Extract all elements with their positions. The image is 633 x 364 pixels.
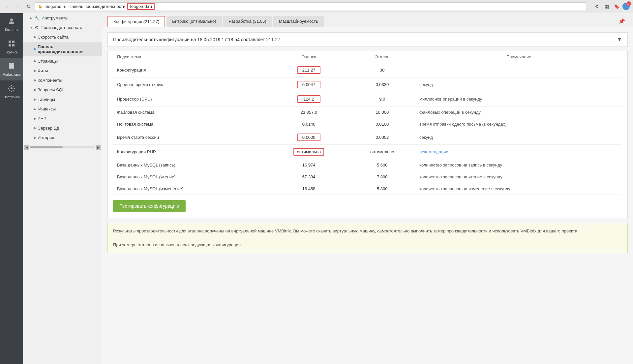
row-score: 0.0000	[269, 130, 349, 145]
tab-development[interactable]: Разработка (31.05)	[223, 16, 272, 27]
row-subsystem: Файловая система	[113, 106, 269, 118]
table-row: Время старта сессии 0.0000 0.0002 секунд	[113, 130, 622, 145]
row-subsystem: Почтовая система	[113, 118, 269, 130]
nav-indexes-label: Индексы	[38, 106, 56, 111]
scroll-right-button[interactable]: ▶	[96, 145, 101, 150]
bookmark-icon[interactable]: 🔖	[613, 3, 620, 11]
row-standard: 0.0330	[349, 77, 415, 92]
nav-tools[interactable]: ▶ 🔧 Инструменты	[23, 13, 102, 23]
col-header-subsystem: Подсистема	[113, 51, 269, 63]
left-navigation: ▶ 🔧 Инструменты ▼ ⊙ Производительность С…	[23, 13, 102, 364]
nav-performance-label: Производительность	[41, 25, 82, 30]
nav-php-label: PHP	[38, 116, 46, 121]
download-badge: 14	[626, 1, 631, 6]
tab-scalability-label: Масштабируемость	[279, 19, 318, 24]
php-bullet	[34, 118, 36, 120]
nav-pages[interactable]: Страницы	[23, 56, 102, 66]
row-standard: 30	[349, 63, 415, 77]
app-container: Клиенты Сервисы Marketplace	[0, 13, 633, 364]
table-row: Конфигурация PHP оптимально оптимально р…	[113, 145, 622, 159]
forward-button[interactable]: →	[14, 3, 22, 11]
tab-bitrix[interactable]: Битрикс (оптимально)	[166, 16, 222, 27]
sidebar-item-services[interactable]: Сервисы	[0, 36, 23, 58]
row-subsystem: Конфигурация PHP	[113, 145, 269, 159]
score-highlight: 211.27	[297, 66, 320, 74]
nav-site-speed[interactable]: Скорость сайта	[23, 32, 102, 42]
tab-scalability[interactable]: Масштабируемость	[273, 16, 324, 27]
performance-expand-icon: ▼	[30, 26, 33, 29]
nav-tables[interactable]: Таблицы	[23, 95, 102, 104]
sidebar-item-services-label: Сервисы	[5, 50, 18, 54]
sidebar-item-settings[interactable]: Настройки	[0, 80, 23, 103]
services-icon	[8, 40, 15, 49]
row-note: количество запросов на запись в секунду	[415, 159, 622, 171]
settings-icon[interactable]: ⚙	[593, 3, 601, 11]
row-subsystem: База данных MySQL (чтение)	[113, 171, 269, 183]
tabs-bar: Конфигурация (211.27) Битрикс (оптимальн…	[102, 13, 633, 27]
nav-scrollbar-container: ◀ ▶	[23, 142, 102, 151]
row-note: количество запросов на чтение в секунду	[415, 171, 622, 183]
score-highlight: 124.2	[297, 95, 320, 103]
nav-performance-panel[interactable]: Панель производительности	[23, 42, 102, 56]
main-content: Конфигурация (211.27) Битрикс (оптимальн…	[102, 13, 633, 364]
download-button[interactable]: ↓ 14	[622, 3, 630, 10]
tab-configuration[interactable]: Конфигурация (211.27)	[107, 16, 165, 27]
row-standard: 0.0002	[349, 130, 415, 145]
refresh-button[interactable]: ↻	[24, 3, 32, 11]
nav-history-label: История	[38, 135, 54, 140]
sql-bullet	[34, 89, 36, 91]
row-note: файловых операций в секунду	[415, 106, 622, 118]
indexes-expand-icon: ▶	[34, 107, 36, 111]
svg-point-0	[10, 18, 13, 21]
table-row: Конфигурация 211.27 30	[113, 63, 622, 77]
header-dropdown-icon[interactable]: ▼	[617, 37, 622, 43]
row-subsystem: База данных MySQL (изменение)	[113, 183, 269, 195]
nav-performance[interactable]: ▼ ⊙ Производительность	[23, 23, 102, 32]
url-path-text: Панель производительности	[69, 4, 126, 9]
info-box: Результаты производительности для эталон…	[107, 223, 628, 253]
nav-indexes[interactable]: ▶ Индексы	[23, 104, 102, 114]
nav-sql[interactable]: Запросы SQL	[23, 85, 102, 95]
nav-components-label: Компоненты	[38, 78, 62, 83]
nav-scrollbar[interactable]: ◀ ▶	[24, 145, 101, 150]
row-score: 16 974	[269, 159, 349, 171]
row-subsystem: Время старта сессии	[113, 130, 269, 145]
test-configuration-button[interactable]: Тестировать конфигурацию	[113, 200, 186, 212]
nav-php[interactable]: PHP	[23, 114, 102, 123]
table-row: Среднее время отклика 0.0047 0.0330 секу…	[113, 77, 622, 92]
tables-bullet	[34, 99, 36, 101]
row-score: 67 384	[269, 171, 349, 183]
tools-expand-icon: ▶	[30, 16, 32, 20]
scroll-left-button[interactable]: ◀	[24, 145, 29, 150]
table-row: Файловая система 23 857.0 10 000 файловы…	[113, 106, 622, 118]
sidebar-item-marketplace[interactable]: Marketplace	[0, 58, 23, 80]
pages-bullet	[34, 60, 36, 62]
tab-development-label: Разработка (31.05)	[229, 19, 266, 24]
svg-rect-2	[12, 41, 15, 43]
tools-icon: 🔧	[34, 15, 40, 20]
tab-pin-icon[interactable]: 📌	[616, 17, 628, 26]
lock-icon: 🔒	[38, 4, 43, 9]
components-bullet	[34, 79, 36, 81]
row-standard: 10 000	[349, 106, 415, 118]
row-score: 0.0047	[269, 77, 349, 92]
score-highlight: 0.0047	[297, 81, 320, 88]
nav-db-server[interactable]: Сервер БД	[23, 123, 102, 133]
svg-point-5	[11, 63, 12, 64]
url-domain: feogorod.ru	[45, 4, 67, 9]
nav-history[interactable]: История	[23, 133, 102, 142]
sidebar-item-clients[interactable]: Клиенты	[0, 13, 23, 36]
grid-icon[interactable]: ▦	[603, 3, 611, 11]
url-bar[interactable]: 🔒 feogorod.ru Панель производительности …	[35, 2, 587, 11]
settings-gear-icon	[8, 84, 15, 94]
nav-hits[interactable]: Хиты	[23, 66, 102, 76]
table-row: Процессор (CPU) 124.2 9.0 миллионов опер…	[113, 92, 622, 106]
back-button[interactable]: ←	[3, 3, 11, 11]
row-standard: 5 600	[349, 159, 415, 171]
info-text-1: Результаты производительности для эталон…	[113, 228, 622, 235]
row-note: количество запросов на изменение в секун…	[415, 183, 622, 195]
svg-rect-3	[9, 44, 11, 46]
recommendations-link[interactable]: рекомендации	[419, 149, 448, 154]
scroll-thumb	[30, 146, 63, 148]
nav-components[interactable]: Компоненты	[23, 76, 102, 85]
